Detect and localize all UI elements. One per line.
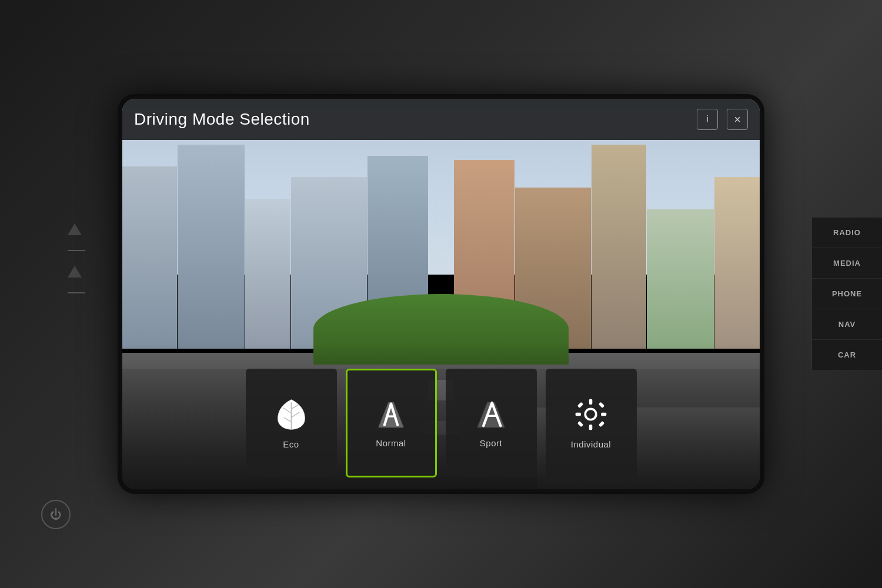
- indicator-line-2: [68, 292, 85, 293]
- building: [592, 145, 646, 349]
- close-button[interactable]: ×: [727, 109, 748, 130]
- building: [122, 166, 177, 349]
- driving-modes-container: Eco Normal: [122, 354, 760, 489]
- individual-mode-label: Individual: [571, 439, 611, 449]
- screen-bezel: Driving Mode Selection i ×: [118, 94, 764, 494]
- info-icon: i: [706, 114, 709, 125]
- nav-phone[interactable]: PHONE: [812, 279, 882, 309]
- power-icon: ⏻: [50, 508, 62, 522]
- screen-header: Driving Mode Selection i ×: [122, 99, 760, 140]
- sport-mode-label: Sport: [480, 438, 502, 448]
- right-navigation: RADIO MEDIA PHONE NAV CAR: [811, 218, 882, 370]
- nav-car[interactable]: CAR: [812, 340, 882, 370]
- triangle-icon-1: [68, 223, 82, 235]
- nav-media[interactable]: MEDIA: [812, 248, 882, 279]
- nav-radio[interactable]: RADIO: [812, 218, 882, 248]
- car-interior: ⏻: [0, 0, 882, 588]
- indicator-line-1: [68, 250, 85, 251]
- building-green: [647, 209, 714, 349]
- mode-card-eco[interactable]: Eco: [246, 369, 337, 477]
- nav-nav[interactable]: NAV: [812, 309, 882, 340]
- triangle-icon-2: [68, 266, 82, 278]
- svg-rect-12: [577, 402, 583, 408]
- building: [714, 177, 760, 349]
- leaf-icon: [275, 397, 308, 432]
- gear-icon: [573, 397, 609, 432]
- close-icon: ×: [734, 113, 741, 126]
- svg-rect-15: [599, 421, 604, 427]
- building: [245, 199, 290, 349]
- svg-rect-11: [601, 413, 606, 416]
- mode-card-normal[interactable]: Normal: [346, 369, 437, 477]
- mode-card-sport[interactable]: Sport: [446, 369, 537, 477]
- svg-rect-14: [577, 421, 583, 427]
- svg-rect-13: [599, 402, 604, 408]
- svg-point-7: [585, 409, 596, 419]
- svg-rect-9: [589, 425, 593, 430]
- header-actions: i ×: [697, 109, 748, 130]
- sport-road-icon: [473, 399, 509, 431]
- left-panel-indicators: [68, 223, 85, 293]
- power-button[interactable]: ⏻: [41, 500, 71, 529]
- page-title: Driving Mode Selection: [134, 110, 697, 129]
- normal-mode-label: Normal: [376, 438, 406, 448]
- eco-mode-label: Eco: [283, 439, 299, 449]
- info-button[interactable]: i: [697, 109, 718, 130]
- svg-rect-8: [589, 399, 593, 405]
- normal-road-icon: [373, 399, 409, 431]
- building: [178, 145, 245, 349]
- infotainment-screen: Driving Mode Selection i ×: [122, 99, 760, 489]
- mode-card-individual[interactable]: Individual: [546, 369, 637, 477]
- svg-rect-10: [576, 413, 581, 416]
